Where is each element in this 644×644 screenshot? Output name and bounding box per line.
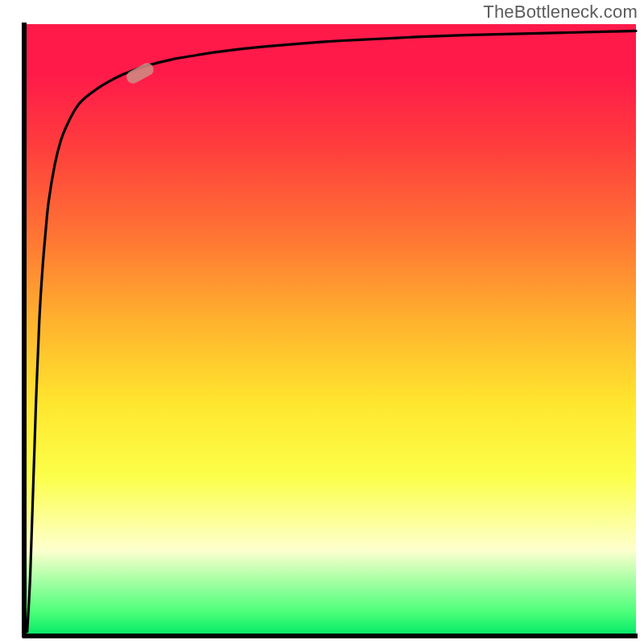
chart-plot-area	[24, 24, 636, 636]
bottleneck-curve-path	[27, 31, 636, 631]
chart-curve-svg	[24, 24, 636, 636]
attribution-text: TheBottleneck.com	[483, 2, 638, 23]
